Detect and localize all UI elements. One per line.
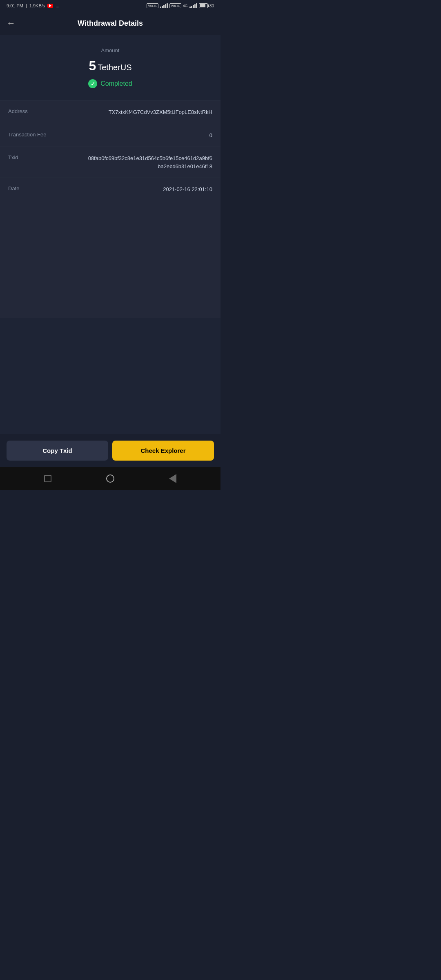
battery-indicator	[199, 3, 208, 8]
date-row: Date 2021-02-16 22:01:10	[0, 178, 220, 201]
nav-circle-icon[interactable]	[106, 474, 115, 483]
amount-currency: TetherUS	[98, 63, 131, 72]
address-row: Address TX7xtxKf4G7CdVv3ZXM5tUFopLE8sNtR…	[0, 101, 220, 124]
txid-value: 08fab0fc69bf32c8e1e31d564c5b6fe15ce461d2…	[86, 154, 212, 170]
amount-label: Amount	[8, 47, 212, 53]
signal-bars-2	[189, 3, 197, 8]
youtube-icon	[47, 4, 53, 8]
recent-nav-icon	[106, 474, 114, 483]
empty-space	[0, 318, 220, 434]
amount-number: 5	[89, 58, 96, 73]
back-button[interactable]: ←	[7, 16, 19, 30]
status-speed: 1.9KB/s	[29, 3, 45, 8]
battery-percent: 80	[209, 4, 214, 8]
completed-check-icon	[88, 79, 97, 88]
page-header: ← Withdrawal Details	[0, 11, 220, 35]
navigation-bar	[0, 467, 220, 490]
volte-label-2: VoLTE	[169, 3, 181, 8]
check-explorer-button[interactable]: Check Explorer	[112, 441, 214, 461]
txid-row: Txid 08fab0fc69bf32c8e1e31d564c5b6fe15ce…	[0, 147, 220, 178]
nav-back-icon[interactable]	[168, 474, 177, 483]
status-dots: ...	[56, 3, 59, 8]
address-label: Address	[8, 108, 49, 114]
status-separator: |	[26, 3, 27, 8]
status-bar: 9:01 PM | 1.9KB/s ... VoLTE VoLTE 4G 80	[0, 0, 220, 11]
status-badge: Completed	[88, 79, 132, 88]
bottom-buttons: Copy Txid Check Explorer	[0, 434, 220, 467]
signal-bars-1	[160, 3, 168, 8]
status-left: 9:01 PM | 1.9KB/s ...	[7, 3, 60, 8]
status-right: VoLTE VoLTE 4G 80	[147, 3, 214, 8]
date-label: Date	[8, 185, 49, 192]
status-text: Completed	[100, 80, 132, 87]
amount-value: 5TetherUS	[8, 58, 212, 74]
txid-label: Txid	[8, 154, 49, 160]
amount-section: Amount 5TetherUS Completed	[0, 35, 220, 101]
back-nav-icon	[169, 474, 176, 483]
home-nav-icon	[44, 475, 51, 482]
date-value: 2021-02-16 22:01:10	[163, 185, 212, 194]
network-4g: 4G	[183, 4, 188, 8]
volte-label: VoLTE	[147, 3, 158, 8]
fee-value: 0	[209, 131, 212, 140]
address-value: TX7xtxKf4G7CdVv3ZXM5tUFopLE8sNtRkH	[109, 108, 212, 116]
status-time: 9:01 PM	[7, 3, 23, 8]
copy-txid-button[interactable]: Copy Txid	[7, 441, 108, 461]
nav-square-icon[interactable]	[43, 474, 52, 483]
details-section: Address TX7xtxKf4G7CdVv3ZXM5tUFopLE8sNtR…	[0, 101, 220, 318]
fee-label: Transaction Fee	[8, 131, 49, 138]
page-title: Withdrawal Details	[19, 19, 202, 28]
fee-row: Transaction Fee 0	[0, 124, 220, 147]
